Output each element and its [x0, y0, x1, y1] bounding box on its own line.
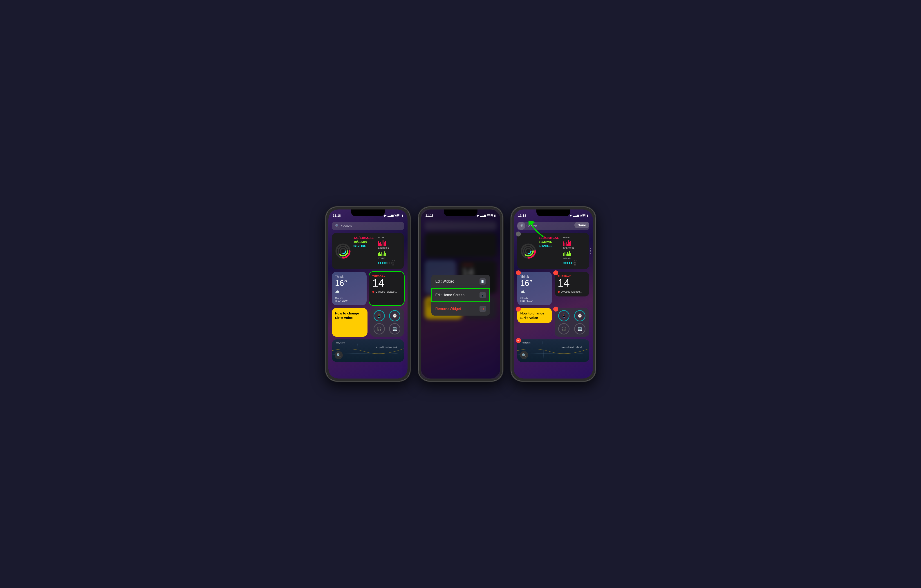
- edit-homescreen-label: Edit Home Screen: [435, 293, 465, 297]
- signal-bars-3: ▂▄▆: [573, 214, 579, 217]
- devices-widget[interactable]: 📱 ⌚ 🎧 💻: [370, 308, 404, 337]
- status-time: 11:18: [333, 214, 341, 218]
- phone-1: 11:18 ▶ ▂▄▆ WiFi ▮ 🔍 Search: [325, 206, 411, 382]
- location-icon-3: ▶: [570, 214, 572, 217]
- calendar-wrapper-3: − TUESDAY 14 Ulysses release...: [555, 272, 589, 305]
- phone-3-frame: 11:18 ▶ ▂▄▆ WiFi ▮ + Done: [511, 206, 596, 382]
- weather-widget[interactable]: Thirsk 16° ☁️ Cloudy H:19° L:10°: [332, 272, 366, 305]
- signal-bars: ▂▄▆: [387, 214, 394, 217]
- rings-svg-3: [521, 243, 536, 259]
- map-widget-3[interactable]: Reykjavík Þingvellir National Park 🔍: [517, 339, 589, 362]
- move-value: 121/440KCAL: [353, 236, 376, 240]
- move-label: MOVE: [378, 236, 401, 239]
- phone-2-screen: 11:18 ▶ ▂▄▆ WiFi ▮ TUESDAY 14: [421, 210, 500, 378]
- devices-remove-badge[interactable]: −: [553, 307, 558, 312]
- plus-button[interactable]: +: [517, 222, 526, 230]
- middle-widgets-row: Thirsk 16° ☁️ Cloudy H:19° L:10° TUESDAY…: [332, 272, 404, 305]
- wifi-icon-2: WiFi: [487, 214, 493, 217]
- shortcuts-remove-badge[interactable]: −: [516, 307, 521, 312]
- move-chart: [378, 239, 401, 246]
- battery-icon: ▮: [402, 214, 403, 217]
- remove-widget-item[interactable]: Remove Widget ⊖: [431, 302, 490, 315]
- mac-circle-3: 💻: [574, 323, 586, 335]
- map-search-button[interactable]: 🔍: [335, 351, 343, 359]
- middle-widgets-row-3: − Thirsk 16° ☁️ Cloudy H:19° L:10° − TUE…: [517, 272, 589, 305]
- signal-bars-2: ▂▄▆: [480, 214, 486, 217]
- homescreen-icon: 📱: [480, 292, 486, 298]
- cal-date-3: 14: [558, 278, 586, 288]
- widgets-area: 🔍 Search: [329, 219, 408, 378]
- shortcuts-title-3: How to change Siri's voice: [521, 311, 545, 320]
- phone-1-screen: 11:18 ▶ ▂▄▆ WiFi ▮ 🔍 Search: [329, 210, 408, 378]
- location-icon: ▶: [384, 214, 386, 217]
- exercise-value-3: 10/30MIN: [539, 240, 561, 244]
- device-mac-3: 💻: [573, 323, 587, 335]
- exercise-label-3: EXERCISE: [563, 247, 586, 249]
- watch-circle: ⌚: [389, 310, 400, 322]
- wifi-icon-3: WiFi: [580, 214, 586, 217]
- stand-dots: 0 6 12 18: [378, 260, 401, 266]
- weather-temp: 16°: [335, 278, 363, 288]
- exercise-chart: [378, 250, 401, 256]
- activity-stats: 121/440KCAL 10/30MIN 6/12HRS MOVE: [353, 236, 401, 266]
- search-bar-placeholder: Search: [341, 224, 352, 228]
- device-watch: ⌚: [388, 310, 402, 322]
- activity-rings: [335, 243, 351, 259]
- shortcuts-wrapper-3: − How to change Siri's voice: [517, 308, 552, 337]
- done-button[interactable]: Done: [574, 222, 589, 228]
- weather-city-3: Thirsk: [521, 275, 549, 278]
- weather-widget-3[interactable]: Thirsk 16° ☁️ Cloudy H:19° L:10°: [517, 272, 552, 305]
- map-label-park-3: Þingvellir National Park: [561, 346, 582, 348]
- weather-remove-badge[interactable]: −: [516, 270, 521, 275]
- calendar-widget-phone1[interactable]: TUESDAY 14 Ulysses release...: [369, 272, 404, 305]
- map-remove-badge[interactable]: −: [516, 338, 521, 343]
- cal-event-dot-3: [558, 291, 560, 292]
- edit-widget-item[interactable]: Edit Widget ℹ️: [431, 275, 490, 288]
- context-menu: Edit Widget ℹ️ Edit Home Screen 📱 Remove…: [431, 275, 490, 315]
- bottom-widgets-row-3: − How to change Siri's voice − 📱 ⌚: [517, 308, 589, 337]
- device-iphone-3: 📱: [557, 310, 571, 322]
- cal-date: 14: [373, 278, 401, 288]
- search-bar-icon: 🔍: [335, 224, 339, 228]
- status-time-2: 11:18: [426, 214, 434, 218]
- weather-condition: Cloudy: [335, 297, 363, 299]
- edit-homescreen-item[interactable]: Edit Home Screen 📱: [431, 288, 490, 302]
- wifi-icon: WiFi: [394, 214, 400, 217]
- map-widget[interactable]: Reykjavík Þingvellir National Park 🔍: [332, 339, 404, 362]
- green-arrow: [527, 221, 545, 239]
- airpods-circle: 🎧: [374, 323, 385, 335]
- remove-widget-label: Remove Widget: [435, 307, 461, 311]
- search-bar[interactable]: 🔍 Search: [332, 222, 404, 230]
- edit-widget-label: Edit Widget: [435, 279, 454, 283]
- calendar-remove-badge[interactable]: −: [553, 270, 558, 275]
- calendar-widget-3[interactable]: TUESDAY 14 Ulysses release...: [555, 272, 589, 296]
- stand-label-3: STAND: [563, 257, 586, 259]
- airpods-circle-3: 🎧: [558, 323, 570, 335]
- bottom-widgets-row: How to change Siri's voice 📱 ⌚ 🎧: [332, 308, 404, 337]
- map-search-button-3[interactable]: 🔍: [520, 351, 528, 359]
- activity-stats-3: 121/440KCAL 10/30MIN 6/12HRS MOVE: [539, 236, 586, 266]
- shortcuts-widget[interactable]: How to change Siri's voice: [332, 308, 368, 337]
- notch-2: [444, 210, 477, 216]
- phone-2: 11:18 ▶ ▂▄▆ WiFi ▮ TUESDAY 14: [418, 206, 503, 382]
- map-label-city: Reykjavík: [337, 342, 345, 344]
- stand-dots-3: 0 6 12 18: [563, 260, 586, 266]
- device-iphone: 📱: [373, 310, 386, 322]
- shortcuts-widget-3[interactable]: How to change Siri's voice: [517, 308, 552, 323]
- iphone-circle-3: 📱: [558, 310, 570, 322]
- info-icon: ℹ️: [480, 278, 486, 284]
- activity-remove-badge[interactable]: −: [516, 232, 521, 236]
- mac-circle: 💻: [389, 323, 400, 335]
- map-label-city-3: Reykjavík: [522, 342, 530, 344]
- remove-icon: ⊖: [480, 306, 486, 312]
- activity-dots-handle: [590, 248, 591, 254]
- watch-circle-3: ⌚: [574, 310, 586, 322]
- activity-numbers: 121/440KCAL 10/30MIN 6/12HRS: [353, 236, 376, 248]
- exercise-value: 10/30MIN: [353, 240, 376, 244]
- weather-icon-area: ☁️: [335, 290, 363, 294]
- done-label: Done: [578, 223, 586, 227]
- move-chart-3: [563, 239, 586, 246]
- activity-widget[interactable]: 121/440KCAL 10/30MIN 6/12HRS MOVE: [332, 233, 404, 269]
- weather-range-3: H:19° L:10°: [521, 299, 549, 302]
- devices-widget-3[interactable]: 📱 ⌚ 🎧 💻: [555, 308, 589, 337]
